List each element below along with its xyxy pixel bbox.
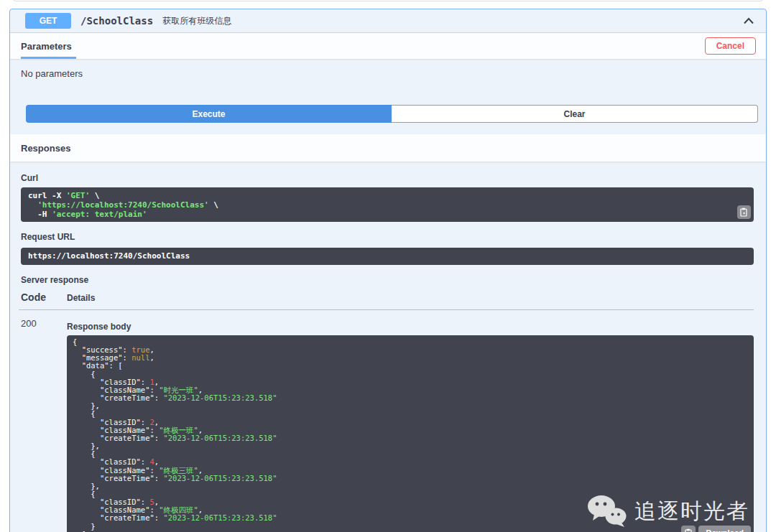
- no-parameters-text: No parameters: [21, 68, 766, 79]
- responses-section-header: Responses: [10, 134, 766, 162]
- details-column-header: Details: [67, 291, 754, 303]
- copy-curl-icon[interactable]: [737, 205, 751, 219]
- curl-command-block: curl -X 'GET' \ 'https://localhost:7240/…: [21, 187, 754, 222]
- parameters-section-header: Parameters Cancel: [10, 33, 766, 59]
- previous-block-edge: [13, 0, 763, 1]
- response-actions: Download: [681, 526, 751, 532]
- response-body-label: Response body: [67, 322, 754, 332]
- tab-parameters[interactable]: Parameters: [21, 41, 76, 59]
- server-response-label: Server response: [21, 275, 754, 285]
- operation-summary[interactable]: GET /SchoolClass 获取所有班级信息: [10, 9, 766, 33]
- clear-button[interactable]: Clear: [392, 105, 758, 123]
- chevron-up-icon[interactable]: [743, 17, 754, 24]
- cancel-button[interactable]: Cancel: [705, 37, 756, 55]
- status-code: 200: [21, 310, 67, 532]
- responses-body: Curl curl -X 'GET' \ 'https://localhost:…: [10, 162, 766, 532]
- responses-title: Responses: [21, 143, 70, 154]
- response-details-cell: Response body { "success": true, "messag…: [67, 310, 754, 532]
- response-row-200: 200 Response body { "success": true, "me…: [21, 310, 754, 532]
- opblock-get-schoolclass: GET /SchoolClass 获取所有班级信息 Parameters Can…: [9, 9, 767, 532]
- response-body-block: { "success": true, "message": null, "dat…: [67, 335, 754, 532]
- curl-code: curl -X 'GET' \ 'https://localhost:7240/…: [28, 191, 218, 219]
- response-body-code: { "success": true, "message": null, "dat…: [73, 337, 277, 532]
- download-button[interactable]: Download: [698, 526, 751, 532]
- execute-bar: Execute Clear: [26, 105, 758, 123]
- request-url-value: https://localhost:7240/SchoolClass: [28, 251, 190, 261]
- server-response-table: Code Details 200 Response body { "succes…: [21, 291, 754, 532]
- copy-response-icon[interactable]: [681, 526, 696, 532]
- request-url-label: Request URL: [21, 232, 754, 242]
- operation-path: /SchoolClass: [80, 15, 153, 27]
- operation-description: 获取所有班级信息: [162, 15, 231, 27]
- method-badge: GET: [25, 13, 71, 29]
- curl-label: Curl: [21, 173, 754, 183]
- execute-button[interactable]: Execute: [26, 105, 392, 123]
- code-column-header: Code: [21, 291, 67, 303]
- wechat-icon: [587, 495, 627, 528]
- request-url-block: https://localhost:7240/SchoolClass: [21, 248, 754, 265]
- watermark: 追逐时光者: [587, 495, 749, 528]
- response-table-header: Code Details: [21, 291, 754, 303]
- watermark-text: 追逐时光者: [634, 507, 749, 515]
